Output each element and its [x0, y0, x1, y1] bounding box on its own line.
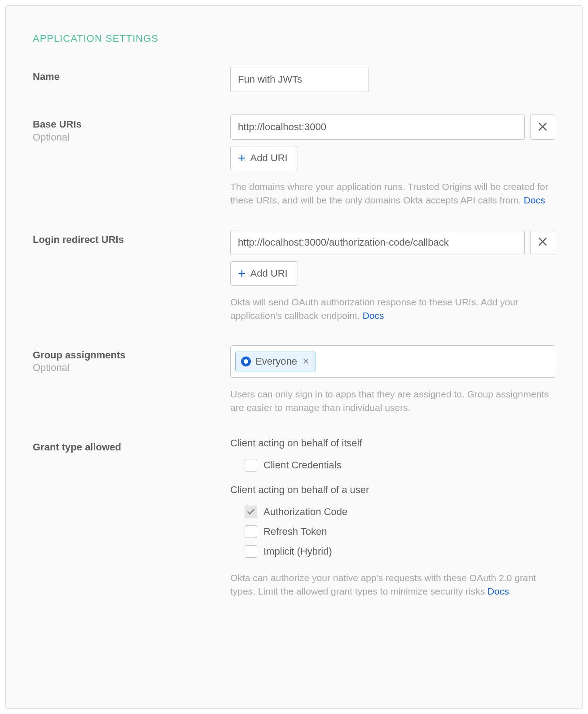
close-icon — [538, 237, 547, 247]
label-col: Login redirect URIs — [33, 230, 230, 247]
grant-user-heading: Client acting on behalf of a user — [230, 484, 555, 496]
name-input[interactable] — [230, 67, 369, 92]
plus-icon: + — [238, 267, 246, 280]
add-uri-label: Add URI — [250, 152, 288, 164]
field-col: Client acting on behalf of itself Client… — [230, 437, 555, 599]
field-col: + Add URI Okta will send OAuth authoriza… — [230, 230, 555, 323]
grant-option-client-credentials: Client Credentials — [230, 455, 555, 475]
plus-icon: + — [238, 151, 246, 165]
grant-option-implicit: Implicit (Hybrid) — [230, 542, 555, 561]
checkbox-client-credentials[interactable] — [245, 459, 257, 472]
uri-entry-row — [230, 230, 555, 255]
row-group-assignments: Group assignments Optional Everyone ✕ Us… — [33, 345, 555, 415]
label-col: Name — [33, 67, 230, 84]
row-grant-type: Grant type allowed Client acting on beha… — [33, 437, 555, 599]
section-title: APPLICATION SETTINGS — [33, 33, 555, 44]
login-redirect-label: Login redirect URIs — [33, 234, 230, 247]
close-icon — [538, 122, 547, 132]
checkbox-implicit[interactable] — [245, 545, 257, 558]
label-col: Group assignments Optional — [33, 345, 230, 375]
group-helper: Users can only sign in to apps that they… — [230, 388, 555, 415]
group-pill-label: Everyone — [255, 356, 297, 367]
grant-helper: Okta can authorize your native app's req… — [230, 571, 555, 599]
checkbox-authorization-code[interactable] — [245, 506, 257, 518]
field-col: + Add URI The domains where your applica… — [230, 115, 555, 207]
settings-card: APPLICATION SETTINGS Name Base URIs Opti… — [5, 5, 583, 709]
base-uri-input[interactable] — [230, 115, 525, 140]
login-redirect-helper: Okta will send OAuth authorization respo… — [230, 295, 555, 323]
docs-link[interactable]: Docs — [363, 310, 384, 321]
add-uri-label: Add URI — [250, 268, 288, 279]
grant-option-refresh-token: Refresh Token — [230, 522, 555, 542]
checkbox-label: Client Credentials — [263, 459, 342, 471]
remove-uri-button[interactable] — [530, 115, 555, 140]
checkbox-label: Authorization Code — [263, 506, 347, 518]
group-icon — [241, 357, 251, 366]
docs-link[interactable]: Docs — [524, 195, 545, 205]
login-redirect-input[interactable] — [230, 230, 525, 255]
grant-type-label: Grant type allowed — [33, 441, 230, 454]
remove-group-button[interactable]: ✕ — [302, 357, 310, 366]
add-uri-button[interactable]: + Add URI — [230, 261, 298, 286]
field-col: Everyone ✕ Users can only sign in to app… — [230, 345, 555, 415]
row-base-uris: Base URIs Optional + Add URI The domains… — [33, 115, 555, 207]
group-select[interactable]: Everyone ✕ — [230, 345, 555, 378]
helper-text: The domains where your application runs.… — [230, 181, 549, 205]
checkbox-label: Implicit (Hybrid) — [263, 546, 332, 557]
grant-self-heading: Client acting on behalf of itself — [230, 437, 555, 449]
name-label: Name — [33, 71, 230, 84]
checkbox-refresh-token[interactable] — [245, 525, 257, 538]
docs-link[interactable]: Docs — [487, 586, 509, 596]
base-uris-helper: The domains where your application runs.… — [230, 180, 555, 207]
group-assignments-optional: Optional — [33, 361, 230, 375]
add-uri-button[interactable]: + Add URI — [230, 146, 298, 170]
base-uris-optional: Optional — [33, 131, 230, 144]
checkbox-label: Refresh Token — [263, 526, 327, 538]
row-name: Name — [33, 67, 555, 92]
field-col — [230, 67, 555, 92]
uri-entry-row — [230, 115, 555, 140]
group-assignments-label: Group assignments — [33, 349, 230, 362]
base-uris-label: Base URIs — [33, 118, 230, 131]
label-col: Grant type allowed — [33, 437, 230, 454]
grant-option-authorization-code: Authorization Code — [230, 502, 555, 522]
row-login-redirect: Login redirect URIs + Add URI Okta will … — [33, 230, 555, 323]
label-col: Base URIs Optional — [33, 115, 230, 144]
remove-uri-button[interactable] — [530, 230, 555, 255]
group-pill: Everyone ✕ — [235, 352, 316, 371]
